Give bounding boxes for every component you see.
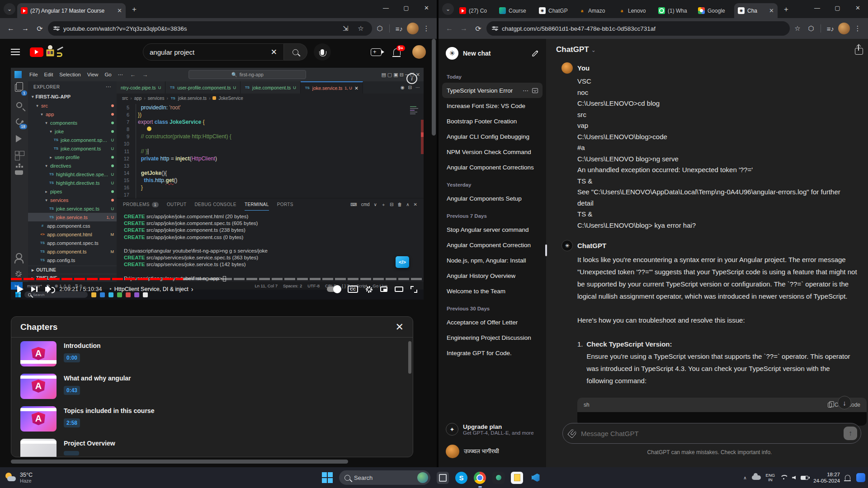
next-button[interactable] [31, 286, 38, 292]
explorer-file-row[interactable]: TSjoke.component.tsU [28, 144, 117, 153]
scroll-to-bottom-button[interactable]: ↓ [838, 396, 851, 409]
chat-history-item[interactable]: Welcome to the Team [442, 283, 542, 299]
miniplayer-button[interactable] [380, 286, 387, 292]
left-reload-button[interactable]: ⟳ [33, 22, 46, 35]
explorer-file-row[interactable]: ▸user-profile [28, 153, 117, 161]
search-clear-icon[interactable]: ✕ [271, 47, 277, 57]
clock[interactable]: 18:27 24-05-2024 [813, 471, 840, 484]
explorer-file-row[interactable]: TSapp.component.spec.ts [28, 239, 117, 247]
horizontal-scrollbar[interactable] [11, 460, 348, 464]
weather-widget[interactable]: 35°C Haze [0, 472, 104, 483]
chat-history-item[interactable]: Integrate GPT for Code. [442, 345, 542, 361]
chapter-item[interactable]: Project Overview [11, 435, 413, 457]
explorer-file-row[interactable]: TSapp.config.ts [28, 256, 117, 264]
right-address-bar[interactable]: chatgpt.com/c/5b8601d1-be47-478e-bb1c-0d… [486, 21, 790, 36]
youtube-menu-icon[interactable] [11, 49, 20, 55]
editor-tab[interactable]: TSuser-profile.component.tsU [165, 81, 241, 94]
explorer-section[interactable]: ▸OUTLINE [28, 266, 117, 274]
current-chapter[interactable]: • HttpClient Service, DI & inject › [109, 286, 193, 293]
youtube-account-avatar[interactable] [412, 45, 426, 59]
message-input[interactable] [580, 429, 839, 438]
right-profile-avatar[interactable] [838, 23, 850, 34]
panel-action-icon[interactable]: ＋ [381, 202, 386, 208]
browser-tab[interactable]: ✳Cha✕ [734, 3, 778, 18]
chapter-item[interactable]: Topics included in this course2:58 [11, 403, 413, 435]
skype-icon[interactable]: S [455, 472, 467, 484]
left-new-tab-button[interactable]: + [128, 4, 140, 15]
site-info-icon[interactable] [53, 25, 60, 32]
fullscreen-button[interactable] [410, 286, 417, 293]
bookmark-star-icon[interactable]: ☆ [355, 23, 367, 34]
panel-action-icon[interactable]: ∧ [406, 202, 409, 207]
app-icon[interactable] [492, 472, 505, 484]
right-back-button[interactable]: ← [443, 22, 456, 35]
explorer-file-row[interactable]: ▾components [28, 118, 117, 127]
left-address-bar[interactable]: youtube.com/watch?v=2Yq3za3qlp0&t=3836s … [48, 21, 372, 36]
new-chat-button[interactable]: ✳ New chat [442, 43, 542, 63]
language-indicator[interactable]: ENG IN [766, 473, 775, 483]
upgrade-plan-button[interactable]: ✦ Upgrade plan Get GPT-4, DALL-E, and mo… [442, 418, 542, 440]
theater-button[interactable] [395, 286, 403, 292]
chapter-timestamp[interactable]: 2:58 [64, 418, 80, 427]
tab-search-chevron-icon[interactable]: ⌄ [4, 3, 15, 15]
panel-tab[interactable]: TERMINAL [245, 198, 269, 211]
chrome-icon[interactable] [474, 472, 486, 484]
sidebar-collapse-handle[interactable] [545, 244, 547, 256]
browser-tab[interactable]: ✳ChatGP [535, 3, 575, 18]
chat-history-item[interactable]: Acceptance of Offer Letter [442, 314, 542, 330]
explorer-file-row[interactable]: #app.component.css [28, 221, 117, 230]
breadcrumb-item[interactable]: src [122, 96, 128, 101]
tab-close-icon[interactable]: ✕ [769, 7, 774, 14]
browser-tab[interactable]: aLenovo [615, 3, 655, 18]
panel-action-icon[interactable]: 🗑 [397, 202, 402, 207]
explorer-file-row[interactable]: TSapp.component.tsM [28, 247, 117, 256]
explorer-file-row[interactable]: TSjoke.component.spe...U [28, 136, 117, 144]
new-chat-pencil-icon[interactable] [532, 50, 539, 57]
panel-action-icon[interactable]: ∨ [374, 202, 377, 207]
chat-history-item[interactable]: Node.js, npm, Angular: Install [442, 253, 542, 268]
left-tab-close-icon[interactable]: ✕ [117, 7, 122, 14]
message-input-bar[interactable]: ↑ [562, 423, 861, 444]
tab-search-chevron-icon[interactable]: ⌄ [442, 3, 454, 15]
right-forward-button[interactable]: → [458, 22, 470, 35]
chat-history-item[interactable]: Stop Angular server command [442, 222, 542, 237]
chapter-item[interactable]: What and why angular0:43 [11, 370, 413, 403]
copilot-corner-icon[interactable] [856, 473, 865, 482]
left-profile-avatar[interactable] [407, 23, 419, 34]
volume-icon[interactable] [45, 287, 49, 291]
youtube-logo[interactable] [30, 45, 63, 59]
breadcrumb-item[interactable]: joke.service.ts [178, 96, 207, 101]
vscode-menu-item[interactable]: ⋯ [115, 72, 127, 77]
editor-tab[interactable]: ntry-code.pipe.tsU [117, 81, 165, 94]
explorer-file-row[interactable]: ▾app [28, 110, 117, 118]
left-minimize-button[interactable]: — [376, 0, 396, 15]
browser-tab[interactable]: aAmazo [575, 3, 615, 18]
left-menu-dots-icon[interactable]: ⋮ [420, 23, 432, 34]
video-info-icon[interactable]: i [406, 73, 417, 84]
captions-button[interactable]: CC [348, 286, 358, 293]
chat-history-item[interactable]: Angular CLI Config Debugging [442, 129, 542, 144]
right-menu-dots-icon[interactable]: ⋮ [852, 23, 863, 34]
right-close-button[interactable]: ✕ [848, 0, 868, 15]
browser-tab[interactable]: Google [694, 3, 734, 18]
chat-history-item[interactable]: TypeScript Version Error⋯ [442, 83, 542, 98]
attach-paperclip-icon[interactable] [567, 428, 577, 439]
explorer-file-row[interactable]: TShighlight.directive.spe...U [28, 170, 117, 178]
tray-chevron-icon[interactable]: ∧ [743, 475, 746, 480]
editor-tab[interactable]: TSjoke.component.tsU [241, 81, 301, 94]
vertical-scrollbar[interactable] [432, 39, 436, 136]
chat-history-item[interactable]: Engineering Project Discussion [442, 330, 542, 345]
left-tab-youtube[interactable]: (27) Angular 17 Master Course ✕ [17, 3, 126, 18]
left-url[interactable]: youtube.com/watch?v=2Yq3za3qlp0&t=3836s [63, 25, 336, 32]
share-icon[interactable] [855, 48, 863, 55]
video-progress-bar[interactable] [11, 278, 424, 280]
task-view-icon[interactable] [437, 472, 449, 484]
chapter-timestamp[interactable]: 0:43 [64, 386, 80, 395]
more-dots-icon[interactable]: ⋯ [523, 87, 528, 94]
vscode-menu-item[interactable]: Selection [56, 72, 84, 77]
left-close-button[interactable]: ✕ [416, 0, 437, 15]
conversation-area[interactable]: You VSCnocC:\Users\LENOVO>cd blogsrcvapC… [546, 61, 868, 467]
vscode-menu-item[interactable]: View [84, 72, 102, 77]
vscode-taskbar-icon[interactable] [529, 472, 542, 484]
youtube-search-input[interactable]: angular project ✕ [143, 43, 284, 61]
